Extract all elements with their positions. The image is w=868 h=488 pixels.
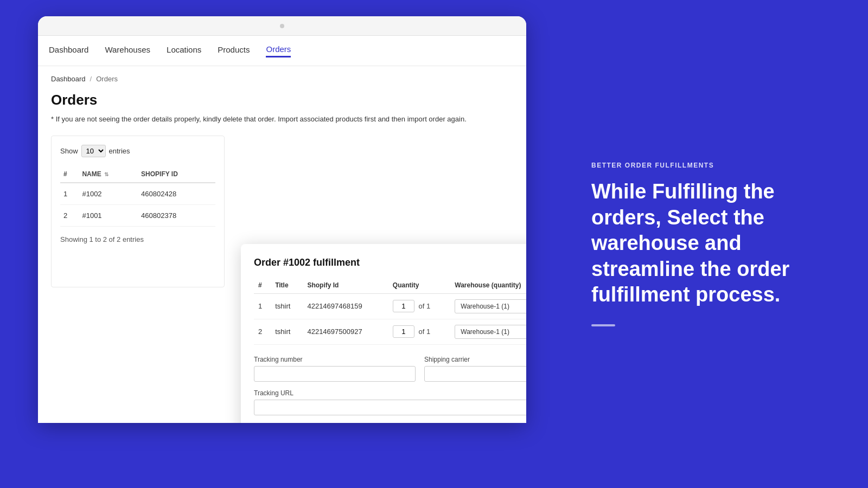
f-row2-qty: of 1 <box>388 319 451 344</box>
f-row2-shopify-id: 42214697500927 <box>303 319 388 344</box>
f-col-warehouse: Warehouse (quantity) <box>450 277 526 294</box>
nav-item-orders[interactable]: Orders <box>266 44 291 57</box>
table-footer: Showing 1 to 2 of 2 entries <box>60 235 215 243</box>
row2-shopify-id: 460802378 <box>138 204 215 226</box>
qty-input-1[interactable] <box>393 300 414 312</box>
f-col-num: # <box>254 277 271 294</box>
tracking-url-group: Tracking URL <box>254 389 526 415</box>
tracking-number-input[interactable] <box>254 366 416 382</box>
notice-text: * If you are not seeing the order detail… <box>51 114 513 125</box>
col-shopify-id: SHOPIFY ID <box>138 166 215 183</box>
sort-icon: ⇅ <box>104 171 108 177</box>
promo-title: While Fulfilling the orders, Select the … <box>591 179 835 308</box>
nav-item-locations[interactable]: Locations <box>167 45 201 56</box>
f-col-quantity: Quantity <box>388 277 451 294</box>
breadcrumb-current: Orders <box>96 75 118 83</box>
f-row2-num: 2 <box>254 319 271 344</box>
breadcrumb-separator: / <box>90 75 92 83</box>
orders-table: # NAME ⇅ SHOPIFY ID 1 #1002 460802428 <box>60 166 215 227</box>
shipping-carrier-label: Shipping carrier <box>424 356 526 363</box>
fulfillment-table: # Title Shopify Id Quantity Warehouse (q… <box>254 277 526 345</box>
f-col-title: Title <box>271 277 303 294</box>
tracking-number-group: Tracking number <box>254 356 416 382</box>
row1-shopify-id: 460802428 <box>138 183 215 205</box>
browser-dot <box>280 24 284 28</box>
f-row1-num: 1 <box>254 293 271 319</box>
table-row[interactable]: 2 #1001 460802378 <box>60 204 215 226</box>
warehouse-select-1[interactable]: Warehouse-1 (1) <box>455 299 526 313</box>
orders-table-area: Show 10 25 50 entries # NAME ⇅ <box>51 136 225 287</box>
col-name: NAME ⇅ <box>79 166 138 183</box>
right-panel: BETTER ORDER FULFILLMENTS While Fulfilli… <box>564 0 868 488</box>
entries-label: entries <box>109 147 130 155</box>
shipping-carrier-group: Shipping carrier <box>424 356 526 382</box>
tracking-url-label: Tracking URL <box>254 389 526 397</box>
row2-name: #1001 <box>79 204 138 226</box>
row1-name: #1002 <box>79 183 138 205</box>
tracking-row: Tracking number Shipping carrier <box>254 356 526 382</box>
col-num: # <box>60 166 79 183</box>
modal-title: Order #1002 fulfillment <box>254 257 526 268</box>
fulfillment-row-1: 1 tshirt 42214697468159 of 1 Warehouse-1 <box>254 293 526 319</box>
of-text-2: of 1 <box>418 328 430 336</box>
f-col-shopify-id: Shopify Id <box>303 277 388 294</box>
entries-select[interactable]: 10 25 50 <box>81 145 106 157</box>
row1-num: 1 <box>60 183 79 205</box>
table-row[interactable]: 1 #1002 460802428 <box>60 183 215 205</box>
f-row1-shopify-id: 42214697468159 <box>303 293 388 319</box>
f-row1-warehouse: Warehouse-1 (1) <box>450 293 526 319</box>
shipping-carrier-input[interactable] <box>424 366 526 382</box>
nav-item-products[interactable]: Products <box>218 45 250 56</box>
left-panel: Dashboard Warehouses Locations Products … <box>0 0 564 488</box>
content-row: Show 10 25 50 entries # NAME ⇅ <box>51 136 513 287</box>
breadcrumb: Dashboard / Orders <box>51 75 513 83</box>
tracking-number-label: Tracking number <box>254 356 416 363</box>
f-row2-title: tshirt <box>271 319 303 344</box>
f-row2-warehouse: Warehouse-1 (1) <box>450 319 526 344</box>
promo-divider <box>591 324 615 326</box>
browser-titlebar <box>38 16 526 36</box>
breadcrumb-root[interactable]: Dashboard <box>51 75 86 83</box>
of-text-1: of 1 <box>418 302 430 310</box>
browser-window: Dashboard Warehouses Locations Products … <box>38 16 526 423</box>
row2-num: 2 <box>60 204 79 226</box>
main-content: Dashboard / Orders Orders * If you are n… <box>38 66 526 300</box>
nav-item-warehouses[interactable]: Warehouses <box>105 45 150 56</box>
nav-bar: Dashboard Warehouses Locations Products … <box>38 36 526 66</box>
qty-input-2[interactable] <box>393 325 414 338</box>
fulfillment-row-2: 2 tshirt 42214697500927 of 1 Warehouse-1 <box>254 319 526 344</box>
promo-subtitle: BETTER ORDER FULFILLMENTS <box>591 162 835 169</box>
page-title: Orders <box>51 92 513 108</box>
show-entries-row: Show 10 25 50 entries <box>60 145 215 157</box>
show-label: Show <box>60 147 78 155</box>
f-row1-title: tshirt <box>271 293 303 319</box>
warehouse-select-2[interactable]: Warehouse-1 (1) <box>455 325 526 339</box>
f-row1-qty: of 1 <box>388 293 451 319</box>
nav-item-dashboard[interactable]: Dashboard <box>49 45 88 56</box>
tracking-url-input[interactable] <box>254 400 526 415</box>
fulfillment-modal: Order #1002 fulfillment # Title Shopify … <box>241 244 526 423</box>
